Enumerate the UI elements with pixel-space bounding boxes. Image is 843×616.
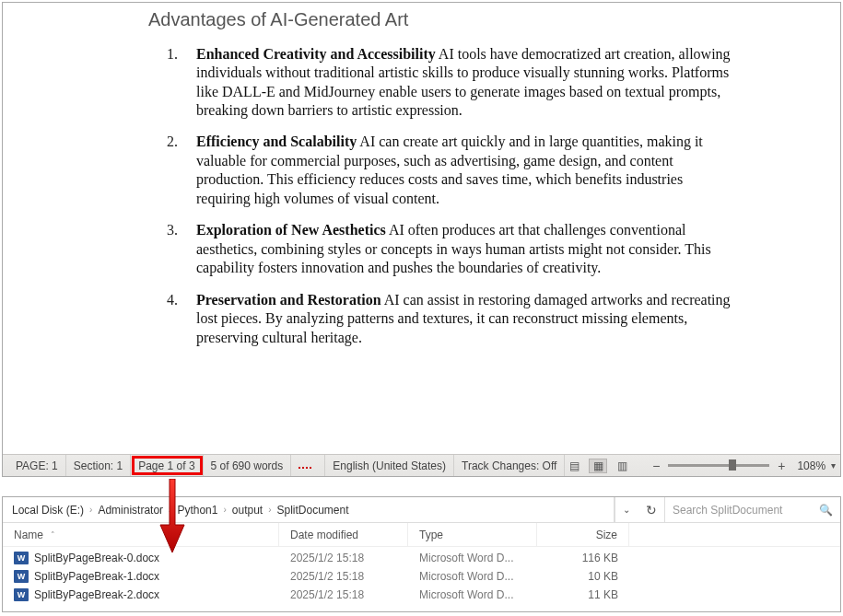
file-name: SplitByPageBreak-0.docx — [34, 552, 159, 564]
statusbar-menu-caret[interactable]: ▾ — [831, 460, 836, 471]
file-explorer-window: Local Disk (E:)› Administrator› Python1›… — [2, 496, 841, 612]
file-name: SplitByPageBreak-1.docx — [34, 570, 159, 583]
list-item-head: Exploration of New Aesthetics — [196, 222, 386, 238]
file-size: 11 KB — [537, 586, 629, 604]
column-header-name[interactable]: Name˄ — [3, 523, 279, 546]
status-word-count[interactable]: 5 of 690 words — [204, 455, 292, 476]
list-item-head: Efficiency and Scalability — [196, 134, 357, 149]
file-size: 116 KB — [537, 549, 629, 567]
chevron-right-icon: › — [88, 505, 94, 515]
read-mode-icon[interactable]: ▤ — [565, 459, 583, 473]
file-size: 10 KB — [537, 567, 629, 586]
status-section[interactable]: Section: 1 — [66, 455, 131, 476]
statusbar: PAGE: 1 Section: 1 Page 1 of 3 5 of 690 … — [3, 454, 840, 476]
list-item-head: Enhanced Creativity and Accessibility — [196, 46, 436, 62]
file-row[interactable]: SplitByPageBreak-0.docx 2025/1/2 15:18 M… — [3, 549, 840, 567]
file-row[interactable]: SplitByPageBreak-1.docx 2025/1/2 15:18 M… — [3, 567, 840, 586]
list-item: 2. Efficiency and Scalability AI can cre… — [148, 133, 732, 208]
list-item: 3. Exploration of New Aesthetics AI ofte… — [148, 221, 732, 277]
status-page[interactable]: PAGE: 1 — [8, 455, 66, 476]
column-header-size[interactable]: Size — [537, 523, 629, 546]
statusbar-right: ▤ ▦ ▥ − + 108% ▾ — [565, 459, 839, 473]
crumb[interactable]: output — [228, 504, 266, 517]
file-type: Microsoft Word D... — [408, 549, 537, 567]
list-item: 1. Enhanced Creativity and Accessibility… — [148, 45, 732, 121]
file-type: Microsoft Word D... — [408, 567, 537, 586]
breadcrumb[interactable]: Local Disk (E:)› Administrator› Python1›… — [3, 497, 615, 522]
zoom-in-button[interactable]: + — [775, 459, 788, 472]
document-list: 1. Enhanced Creativity and Accessibility… — [148, 45, 732, 348]
chevron-right-icon: › — [167, 505, 173, 515]
crumb[interactable]: Local Disk (E:) — [8, 504, 88, 517]
column-header-label: Name — [14, 529, 43, 541]
search-icon: 🔍 — [819, 504, 833, 517]
zoom-thumb[interactable] — [729, 459, 736, 471]
chevron-right-icon: › — [221, 505, 228, 515]
word-window: Advantages of AI-Generated Art 1. Enhanc… — [2, 2, 841, 477]
sort-asc-icon: ˄ — [51, 530, 55, 540]
status-spellcheck[interactable] — [291, 455, 325, 476]
file-row[interactable]: SplitByPageBreak-2.docx 2025/1/2 15:18 M… — [3, 586, 840, 604]
spellcheck-icon — [299, 461, 313, 471]
search-input[interactable] — [673, 504, 819, 517]
document-page: Advantages of AI-Generated Art 1. Enhanc… — [3, 3, 840, 454]
zoom-out-button[interactable]: − — [650, 459, 662, 472]
word-doc-icon — [14, 570, 29, 583]
file-list: SplitByPageBreak-0.docx 2025/1/2 15:18 M… — [3, 547, 840, 611]
explorer-search[interactable]: 🔍 — [665, 497, 840, 522]
status-page-count[interactable]: Page 1 of 3 — [131, 455, 203, 476]
status-track-changes[interactable]: Track Changes: Off — [454, 455, 565, 476]
refresh-button[interactable]: ↻ — [638, 497, 665, 522]
list-number: 3. — [167, 221, 178, 239]
zoom-level[interactable]: 108% — [797, 459, 825, 472]
file-date: 2025/1/2 15:18 — [279, 567, 408, 586]
zoom-slider[interactable] — [668, 464, 769, 467]
document-heading: Advantages of AI-Generated Art — [148, 8, 732, 32]
word-doc-icon — [14, 588, 29, 601]
word-doc-icon — [14, 552, 29, 564]
print-layout-icon[interactable]: ▦ — [589, 459, 607, 473]
list-number: 1. — [167, 45, 178, 64]
file-date: 2025/1/2 15:18 — [279, 549, 408, 567]
breadcrumb-expand-button[interactable]: ⌄ — [615, 497, 638, 522]
explorer-toolbar: Local Disk (E:)› Administrator› Python1›… — [3, 497, 840, 523]
status-language[interactable]: English (United States) — [325, 455, 454, 476]
file-type: Microsoft Word D... — [408, 586, 537, 604]
explorer-column-headers: Name˄ Date modified Type Size — [3, 523, 840, 547]
file-date: 2025/1/2 15:18 — [279, 586, 408, 604]
list-item: 4. Preservation and Restoration AI can a… — [148, 291, 732, 347]
column-header-date[interactable]: Date modified — [279, 523, 408, 546]
web-layout-icon[interactable]: ▥ — [613, 459, 631, 473]
list-number: 4. — [167, 291, 178, 309]
chevron-right-icon: › — [266, 505, 273, 515]
file-name: SplitByPageBreak-2.docx — [34, 588, 159, 601]
crumb[interactable]: Administrator — [94, 504, 167, 517]
crumb[interactable]: SplitDocument — [274, 504, 353, 517]
crumb[interactable]: Python1 — [173, 504, 221, 517]
list-number: 2. — [167, 133, 178, 151]
list-item-head: Preservation and Restoration — [196, 292, 381, 308]
column-header-type[interactable]: Type — [408, 523, 537, 546]
refresh-icon: ↻ — [646, 503, 657, 517]
